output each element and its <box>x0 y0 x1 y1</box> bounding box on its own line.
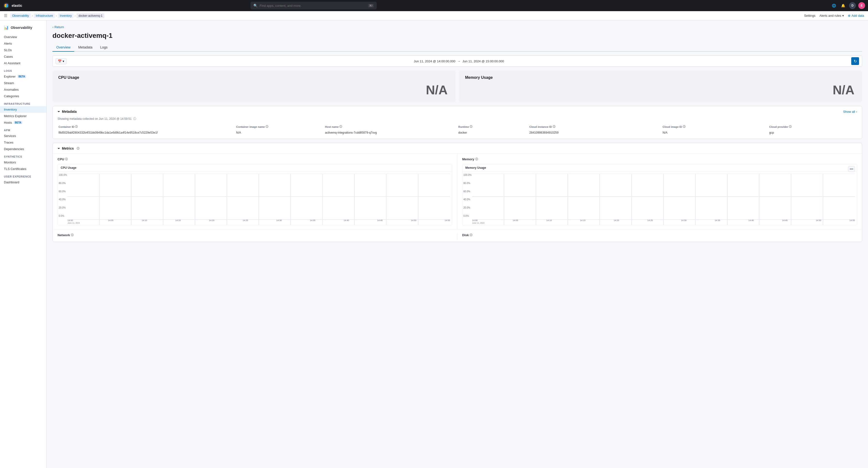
elastic-logo[interactable]: elastic <box>3 2 22 9</box>
cpu-x-1415: 14:15 <box>175 219 181 224</box>
breadcrumb-inventory-label: Inventory <box>60 14 72 18</box>
cpu-x-1450: 14:50 <box>411 219 416 224</box>
show-all-label: Show all <box>843 110 855 113</box>
sidebar-item-tls-certificates[interactable]: TLS Certificates <box>0 166 46 172</box>
breadcrumb-observability[interactable]: Observability <box>10 13 31 18</box>
cloud-provider-info-icon[interactable]: ⓘ <box>789 125 792 129</box>
memory-chart: Memory Usage ••• 100.0% 80.0% 60.0% 40.0… <box>462 164 857 225</box>
mem-x-1455: 14:55 <box>849 219 855 224</box>
meta-value-host-name: activemq-integrations-7cdd85879-q7svg <box>324 130 457 135</box>
cpu-chart-svg <box>67 174 450 225</box>
sidebar-item-stream[interactable]: Stream <box>0 80 46 86</box>
sidebar-synthetics-section: Synthetics Monitors TLS Certificates <box>0 153 46 172</box>
meta-col-cloud-image-id: Cloud image ID ⓘ N/A <box>662 124 768 135</box>
meta-header-cloud-instance-id: Cloud instance ID ⓘ <box>528 124 662 130</box>
user-avatar-e[interactable]: E <box>858 2 865 9</box>
breadcrumb-sep-3: › <box>74 14 75 18</box>
tab-metadata[interactable]: Metadata <box>74 43 96 52</box>
alerts-rules-label: Alerts and rules <box>819 14 841 18</box>
network-info-icon[interactable]: ⓘ <box>71 233 73 237</box>
breadcrumb-infrastructure-label: Infrastructure <box>36 14 53 18</box>
cpu-chart: CPU Usage 100.0% 80.0% 60.0% 40.0% 20.0%… <box>58 164 452 225</box>
sidebar-item-explorer[interactable]: Explorer BETA <box>0 73 46 80</box>
cpu-na-value: N/A <box>426 83 447 97</box>
metadata-section-header[interactable]: Metadata Show all › <box>53 106 862 117</box>
memory-info-icon[interactable]: ⓘ <box>475 157 478 161</box>
sidebar-title-label: Observability <box>11 26 32 30</box>
refresh-button[interactable]: ↻ <box>851 57 859 65</box>
return-link[interactable]: ‹ Return <box>53 25 862 29</box>
sidebar-item-dashboard[interactable]: Dashboard <box>0 179 46 186</box>
sidebar-logs-title: Logs <box>0 67 46 73</box>
meta-header-container-id-label: Container ID <box>59 125 74 128</box>
sidebar-item-monitors[interactable]: Monitors <box>0 159 46 166</box>
breadcrumb-inventory[interactable]: Inventory <box>58 13 73 18</box>
cpu-info-icon[interactable]: ⓘ <box>65 157 68 161</box>
metadata-section-title-group: Metadata <box>58 110 77 113</box>
meta-header-cloud-instance-id-label: Cloud instance ID <box>529 125 552 128</box>
disk-label: Disk <box>462 233 469 237</box>
metadata-info-icon[interactable]: ⓘ <box>133 117 136 121</box>
settings-link[interactable]: Settings <box>804 14 815 18</box>
hamburger-menu[interactable]: ☰ <box>4 13 7 18</box>
meta-value-runtime: docker <box>457 130 528 135</box>
mem-x-1400: 14:00June 11, 2024 <box>472 219 485 224</box>
mem-y-20: 20.0% <box>463 206 472 209</box>
cloud-image-id-info-icon[interactable]: ⓘ <box>683 125 685 129</box>
tab-logs[interactable]: Logs <box>96 43 112 52</box>
metrics-section: Metrics ⓘ CPU ⓘ CPU Usage 100.0% 80.0% 6… <box>53 143 862 242</box>
global-search-bar[interactable]: 🔍 ⌘/ <box>250 2 377 9</box>
tab-overview[interactable]: Overview <box>53 43 74 52</box>
mem-y-80: 80.0% <box>463 182 472 185</box>
add-data-button[interactable]: ⊕ Add data <box>848 14 864 18</box>
meta-col-cloud-provider: Cloud provider ⓘ gcp <box>768 124 857 135</box>
mem-x-1445: 14:45 <box>782 219 788 224</box>
memory-label: Memory <box>462 157 474 161</box>
sidebar-item-metrics-explorer[interactable]: Metrics Explorer <box>0 113 46 119</box>
calendar-button[interactable]: 📅 ▾ <box>56 58 66 64</box>
sidebar-ux-section: User Experience Dashboard <box>0 173 46 186</box>
meta-header-cloud-provider-label: Cloud provider <box>769 125 788 128</box>
sidebar-item-traces[interactable]: Traces <box>0 139 46 146</box>
breadcrumb-sep-2: › <box>56 14 57 18</box>
metrics-section-header[interactable]: Metrics ⓘ <box>53 143 862 151</box>
sidebar-item-ai-assistant[interactable]: AI Assistant <box>0 60 46 66</box>
date-end: Jun 11, 2024 @ 15:00:00.000 <box>462 59 504 63</box>
memory-na-value: N/A <box>833 83 855 97</box>
mem-x-1410: 14:10 <box>547 219 552 224</box>
breadcrumb-infrastructure[interactable]: Infrastructure <box>34 13 55 18</box>
sidebar-item-hosts[interactable]: Hosts BETA <box>0 119 46 126</box>
meta-col-image-name: Container image name ⓘ N/A <box>235 124 324 135</box>
sidebar-item-inventory[interactable]: Inventory <box>0 106 46 113</box>
alerts-rules-button[interactable]: Alerts and rules ▾ <box>819 14 844 18</box>
sidebar-item-cases[interactable]: Cases <box>0 53 46 60</box>
notifications-icon[interactable]: 🔔 <box>840 2 847 9</box>
meta-header-image-name-label: Container image name <box>236 125 265 128</box>
host-name-info-icon[interactable]: ⓘ <box>339 125 342 129</box>
runtime-info-icon[interactable]: ⓘ <box>470 125 472 129</box>
show-all-link[interactable]: Show all › <box>843 110 857 113</box>
cloud-instance-id-info-icon[interactable]: ⓘ <box>553 125 555 129</box>
search-input[interactable] <box>259 4 366 7</box>
disk-info-icon[interactable]: ⓘ <box>470 233 472 237</box>
sidebar-item-dependencies[interactable]: Dependencies <box>0 146 46 152</box>
sidebar-item-overview[interactable]: Overview <box>0 34 46 40</box>
user-avatar-d[interactable]: D <box>849 2 856 9</box>
sidebar-item-slos[interactable]: SLOs <box>0 47 46 53</box>
network-panel: Network ⓘ <box>58 233 457 240</box>
memory-chart-more-button[interactable]: ••• <box>848 166 855 172</box>
metadata-section-title: Metadata <box>62 110 77 113</box>
cpu-x-1435: 14:35 <box>310 219 315 224</box>
svg-point-4 <box>6 4 8 7</box>
container-id-info-icon[interactable]: ⓘ <box>75 125 78 129</box>
metrics-info-icon[interactable]: ⓘ <box>77 147 80 151</box>
sidebar-item-services[interactable]: Services <box>0 133 46 139</box>
memory-subsection-title: Memory ⓘ <box>462 157 857 161</box>
sidebar-item-anomalies[interactable]: Anomalies <box>0 86 46 93</box>
metadata-collection-note: Showing metadata collected on Jun 11, 20… <box>53 117 862 124</box>
image-name-info-icon[interactable]: ⓘ <box>266 125 268 129</box>
sidebar-infrastructure-title: Infrastructure <box>0 100 46 106</box>
sidebar-item-categories[interactable]: Categories <box>0 93 46 99</box>
help-icon[interactable]: 🌐 <box>831 2 837 9</box>
sidebar-item-alerts[interactable]: Alerts <box>0 40 46 47</box>
